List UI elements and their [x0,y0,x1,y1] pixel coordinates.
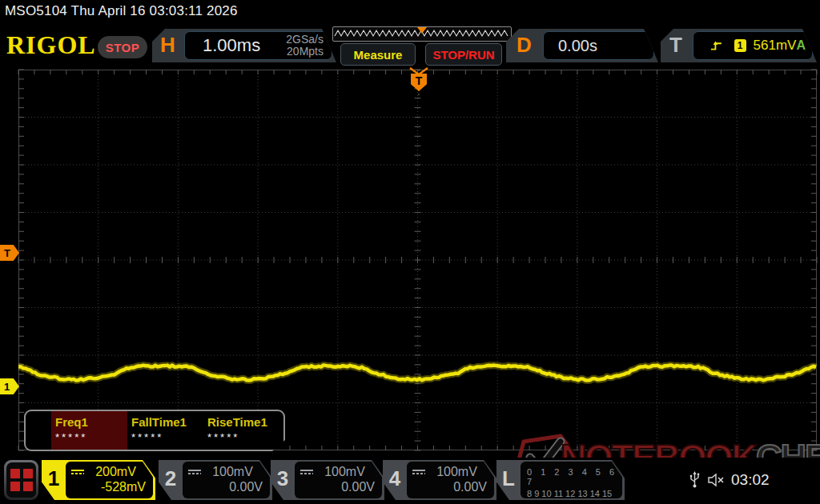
grid-icon [6,462,36,498]
channel-offset: 0.00V [188,480,263,494]
trigger-position-flag[interactable]: T [411,74,427,91]
measurement-value: ***** [55,431,127,443]
digital-channels-box[interactable]: L 0 1 2 3 4 5 6 7 8 9 10 11 12 13 14 15 [496,460,625,500]
digital-channel-list: 0 1 2 3 4 5 6 7 8 9 10 11 12 13 14 15 [521,462,622,498]
channel-scale: 200mV [86,465,146,479]
system-tray: 03:02 [689,470,770,489]
oscilloscope-screen: MSO5104 Thu April 16 03:03:11 2026 RIGOL… [0,0,820,504]
channel-scale: 100mV [427,465,487,479]
channel-info: 100mV 0.00V [295,462,382,498]
channel-offset: 0.00V [412,480,487,494]
channel-number: 1 [42,460,66,500]
measurement-falltime1[interactable]: FallTime1 ***** [127,411,203,450]
measurement-label: FallTime1 [131,415,203,429]
channel-number: 4 [383,460,407,500]
channel-4-box[interactable]: 4 100mV 0.00V [383,460,496,500]
usb-icon [689,470,701,489]
trigger-position-marker[interactable]: T [408,67,430,94]
channel-number: 2 [159,460,183,500]
measurement-label: RiseTime1 [207,415,279,429]
dc-coupling-icon [412,470,425,474]
measurement-risetime1[interactable]: RiseTime1 ***** [203,411,279,450]
channel-info: 100mV 0.00V [183,462,270,498]
channel-offset: 0.00V [300,480,375,494]
measurement-freq1[interactable]: Freq1 ***** [51,411,127,450]
measurement-panel[interactable]: Freq1 ***** FallTime1 ***** RiseTime1 **… [24,410,285,451]
measurement-value: ***** [207,431,279,443]
channel-scale: 100mV [203,465,263,479]
channel-info: 100mV 0.00V [407,462,494,498]
speaker-muted-icon[interactable] [707,473,725,487]
channel-2-box[interactable]: 2 100mV 0.00V [159,460,272,500]
clock: 03:02 [731,471,770,489]
digital-label: L [496,460,521,500]
channel-number: 3 [271,460,295,500]
display-menu-button[interactable] [4,460,38,500]
channel-1-box[interactable]: 1 200mV -528mV [42,460,155,500]
channel-info: 200mV -528mV [66,462,153,498]
channel-3-box[interactable]: 3 100mV 0.00V [271,460,384,500]
measurement-value: ***** [131,431,203,443]
channel-offset: -528mV [71,480,146,494]
channel-scale: 100mV [315,465,375,479]
dc-coupling-icon [71,470,84,474]
dc-coupling-icon [188,470,201,474]
dc-coupling-icon [300,470,313,474]
measurement-label: Freq1 [55,415,127,429]
